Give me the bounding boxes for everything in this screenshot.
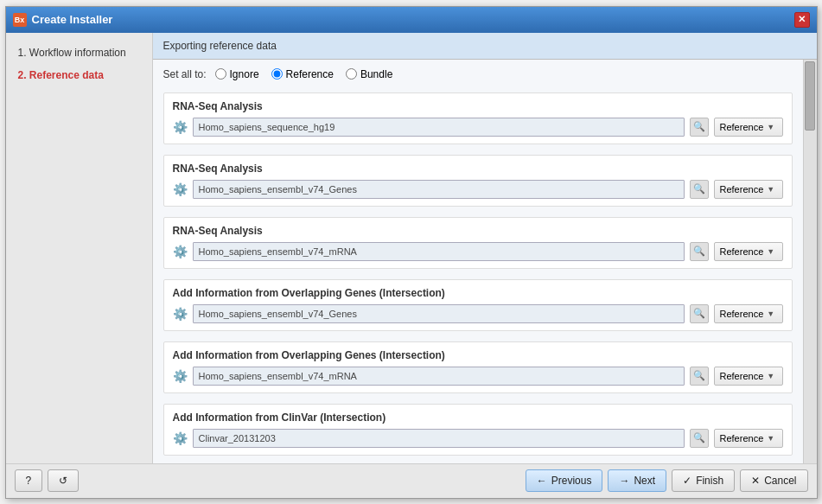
sidebar-item-reference[interactable]: 2. Reference data — [6, 64, 152, 86]
file-icon-4: ⚙️ — [173, 307, 188, 321]
dropdown-arrow-2: ▼ — [767, 185, 774, 194]
ref-dropdown-1[interactable]: Reference ▼ — [714, 118, 783, 137]
ref-dropdown-3[interactable]: Reference ▼ — [714, 242, 783, 261]
radio-group: Ignore Reference Bundle — [215, 68, 393, 80]
section-3-title: RNA-Seq Analysis — [173, 225, 783, 237]
window-title: Create Installer — [32, 13, 113, 26]
set-all-label: Set all to: — [163, 68, 207, 80]
search-btn-3[interactable]: 🔍 — [690, 242, 709, 261]
sidebar-item-workflow[interactable]: 1. Workflow information — [6, 41, 152, 64]
section-2-title: RNA-Seq Analysis — [173, 163, 783, 175]
file-input-5[interactable] — [193, 367, 685, 386]
radio-bundle[interactable]: Bundle — [346, 68, 392, 80]
radio-bundle-input[interactable] — [346, 68, 357, 80]
scrollbar-thumb[interactable] — [805, 61, 815, 131]
section-3: RNA-Seq Analysis ⚙️ 🔍 Reference ▼ — [163, 217, 793, 269]
section-5-title: Add Information from Overlapping Genes (… — [173, 349, 783, 361]
footer: ? ↺ ← Previous → Next ✓ Finish ✕ Cancel — [6, 463, 817, 498]
ref-dropdown-4[interactable]: Reference ▼ — [714, 304, 783, 323]
close-button[interactable]: ✕ — [794, 12, 810, 28]
file-icon-2: ⚙️ — [173, 182, 188, 196]
search-btn-5[interactable]: 🔍 — [690, 367, 709, 386]
set-all-row: Set all to: Ignore Reference — [163, 68, 793, 80]
ref-dropdown-6[interactable]: Reference ▼ — [714, 429, 783, 448]
search-btn-6[interactable]: 🔍 — [690, 429, 709, 448]
finish-button[interactable]: ✓ Finish — [672, 469, 735, 492]
main-panel: Exporting reference data Set all to: Ign… — [153, 33, 817, 463]
file-icon-5: ⚙️ — [173, 369, 188, 383]
ref-dropdown-5[interactable]: Reference ▼ — [714, 367, 783, 386]
radio-ignore[interactable]: Ignore — [215, 68, 259, 80]
file-input-4[interactable] — [193, 304, 685, 323]
file-input-3[interactable] — [193, 242, 685, 261]
sidebar: 1. Workflow information 2. Reference dat… — [6, 33, 153, 463]
file-icon-6: ⚙️ — [173, 431, 188, 445]
ref-dropdown-2[interactable]: Reference ▼ — [714, 180, 783, 199]
dropdown-arrow-1: ▼ — [767, 123, 774, 131]
prev-icon: ← — [537, 475, 547, 487]
section-1: RNA-Seq Analysis ⚙️ 🔍 Reference ▼ — [163, 93, 793, 144]
app-icon: Bx — [13, 13, 27, 27]
content-area: 1. Workflow information 2. Reference dat… — [6, 33, 817, 463]
file-input-1[interactable] — [193, 118, 685, 137]
section-2: RNA-Seq Analysis ⚙️ 🔍 Reference ▼ — [163, 155, 793, 207]
file-icon-1: ⚙️ — [173, 120, 188, 134]
search-btn-1[interactable]: 🔍 — [690, 118, 709, 137]
file-icon-3: ⚙️ — [173, 245, 188, 258]
cancel-button[interactable]: ✕ Cancel — [740, 469, 807, 492]
section-6: Add Information from ClinVar (Intersecti… — [163, 404, 793, 456]
footer-left: ? ↺ — [15, 469, 80, 492]
section-4-title: Add Information from Overlapping Genes (… — [173, 287, 783, 299]
search-btn-4[interactable]: 🔍 — [690, 304, 709, 323]
section-4: Add Information from Overlapping Genes (… — [163, 279, 793, 331]
panel-content: Set all to: Ignore Reference — [153, 60, 803, 463]
section-6-title: Add Information from ClinVar (Intersecti… — [173, 411, 783, 424]
panel-body: Set all to: Ignore Reference — [153, 60, 817, 463]
search-btn-2[interactable]: 🔍 — [690, 180, 709, 199]
dropdown-arrow-4: ▼ — [767, 309, 774, 318]
footer-right: ← Previous → Next ✓ Finish ✕ Cancel — [526, 469, 808, 492]
radio-ignore-input[interactable] — [215, 68, 226, 80]
dropdown-arrow-6: ▼ — [767, 434, 774, 443]
section-5: Add Information from Overlapping Genes (… — [163, 341, 793, 393]
main-window: Bx Create Installer ✕ 1. Workflow inform… — [5, 6, 818, 499]
file-input-2[interactable] — [193, 180, 685, 199]
title-bar: Bx Create Installer ✕ — [6, 7, 817, 33]
radio-reference-input[interactable] — [271, 68, 283, 80]
reset-button[interactable]: ↺ — [48, 469, 79, 492]
dropdown-arrow-5: ▼ — [767, 372, 774, 380]
section-1-title: RNA-Seq Analysis — [173, 100, 783, 112]
radio-reference[interactable]: Reference — [271, 68, 334, 80]
file-input-6[interactable] — [193, 429, 685, 448]
next-button[interactable]: → Next — [608, 469, 666, 492]
dropdown-arrow-3: ▼ — [767, 247, 774, 256]
help-button[interactable]: ? — [15, 469, 43, 492]
scrollbar[interactable] — [803, 60, 817, 463]
panel-header: Exporting reference data — [153, 33, 817, 60]
previous-button[interactable]: ← Previous — [526, 469, 603, 492]
